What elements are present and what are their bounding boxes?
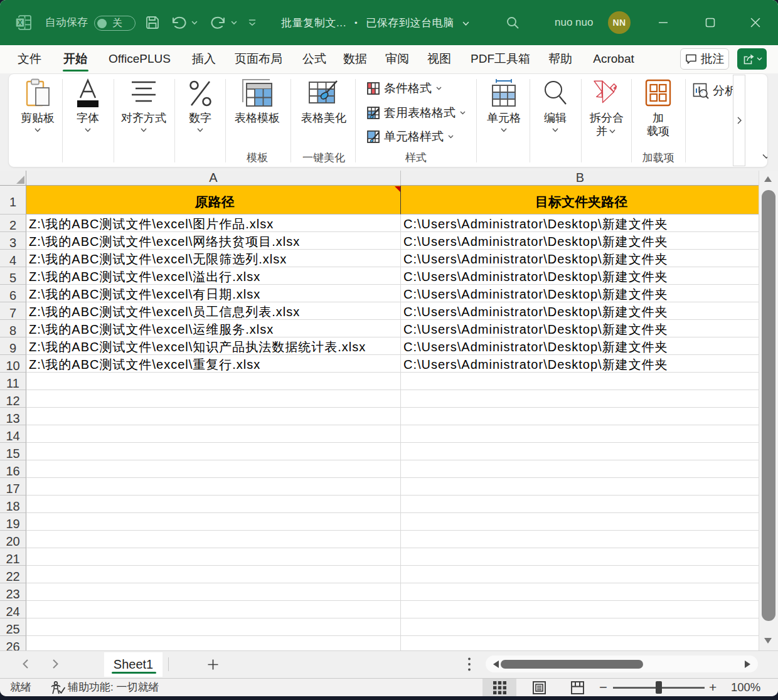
title-chevron-down-icon[interactable] xyxy=(462,21,469,26)
quick-access-more-icon[interactable] xyxy=(248,19,257,26)
collapse-ribbon-button[interactable] xyxy=(759,151,768,162)
row-header-10[interactable]: 10 xyxy=(0,355,26,373)
cell-styles-button[interactable]: 单元格样式 xyxy=(367,129,454,145)
cell-A20[interactable] xyxy=(26,531,401,548)
cell-B16[interactable] xyxy=(401,460,760,478)
scroll-right-icon[interactable] xyxy=(745,660,750,668)
cell-B1[interactable]: 目标文件夹路径 xyxy=(401,186,760,215)
tab-review[interactable]: 审阅 xyxy=(381,45,413,73)
zoom-in-button[interactable]: + xyxy=(709,679,717,696)
view-page-break-button[interactable] xyxy=(560,679,594,696)
cells-chevron-icon[interactable] xyxy=(501,128,507,132)
split-merge-label-line1[interactable]: 拆分合 xyxy=(578,112,635,125)
maximize-button[interactable] xyxy=(705,18,715,28)
cell-B21[interactable] xyxy=(401,548,760,566)
editing-group-button-label[interactable]: 编辑 xyxy=(527,112,584,125)
row-header-20[interactable]: 20 xyxy=(0,531,26,548)
cell-B8[interactable]: C:\Users\Administrator\Desktop\新建文件夹 xyxy=(401,320,760,337)
cell-A1[interactable]: 原路径 xyxy=(26,186,401,215)
split-merge-chevron-icon[interactable] xyxy=(609,129,615,134)
table-template-button-label[interactable]: 表格模板 xyxy=(229,112,285,125)
split-merge-label-line2[interactable]: 并 xyxy=(573,125,630,138)
cell-B22[interactable] xyxy=(401,566,760,583)
cell-A22[interactable] xyxy=(26,566,401,583)
cell-B20[interactable] xyxy=(401,531,760,548)
row-header-5[interactable]: 5 xyxy=(0,267,26,285)
row-header-8[interactable]: 8 xyxy=(0,320,26,337)
document-name[interactable]: 批量复制文... xyxy=(281,16,346,30)
table-beautify-button-label[interactable]: 表格美化 xyxy=(296,112,352,125)
cell-A24[interactable] xyxy=(26,601,401,618)
cell-B9[interactable]: C:\Users\Administrator\Desktop\新建文件夹 xyxy=(401,337,760,355)
row-header-24[interactable]: 24 xyxy=(0,601,26,618)
cell-B25[interactable] xyxy=(401,618,760,636)
row-header-2[interactable]: 2 xyxy=(0,215,26,232)
format-as-table-button[interactable]: 套用表格格式 xyxy=(367,105,466,121)
row-header-13[interactable]: 13 xyxy=(0,408,26,425)
clipboard-group-button-label[interactable]: 剪贴板 xyxy=(9,112,66,125)
column-header-b[interactable]: B xyxy=(401,171,760,186)
table-template-icon[interactable] xyxy=(241,78,274,109)
cell-B3[interactable]: C:\Users\Administrator\Desktop\新建文件夹 xyxy=(401,232,760,250)
cells-icon[interactable] xyxy=(491,78,516,109)
tab-acrobat[interactable]: Acrobat xyxy=(587,45,640,73)
tabbar-kebab-icon[interactable] xyxy=(468,657,471,671)
cell-B18[interactable] xyxy=(401,496,760,513)
minimize-button[interactable] xyxy=(658,18,668,28)
row-header-7[interactable]: 7 xyxy=(0,302,26,320)
tab-officeplus[interactable]: OfficePLUS xyxy=(104,45,176,73)
row-header-4[interactable]: 4 xyxy=(0,250,26,267)
cell-A16[interactable] xyxy=(26,460,401,478)
cell-B23[interactable] xyxy=(401,583,760,601)
row-header-1[interactable]: 1 xyxy=(0,186,26,215)
cell-B15[interactable] xyxy=(401,443,760,460)
tab-page-layout[interactable]: 页面布局 xyxy=(231,45,286,73)
user-name[interactable]: nuo nuo xyxy=(555,0,593,45)
row-header-3[interactable]: 3 xyxy=(0,232,26,250)
undo-dropdown-icon[interactable] xyxy=(191,21,198,25)
cell-A6[interactable]: Z:\我的ABC测试文件\excel\有日期.xlsx xyxy=(26,285,401,302)
font-icon[interactable] xyxy=(75,78,100,109)
sheet-prev-button[interactable] xyxy=(23,659,28,669)
cell-A8[interactable]: Z:\我的ABC测试文件\excel\运维服务.xlsx xyxy=(26,320,401,337)
number-icon[interactable] xyxy=(189,80,212,107)
zoom-slider-handle[interactable] xyxy=(656,681,662,694)
undo-icon[interactable] xyxy=(171,16,186,29)
avatar[interactable]: NN xyxy=(608,11,631,34)
vertical-scrollbar-thumb[interactable] xyxy=(762,190,775,621)
clipboard-icon[interactable] xyxy=(25,78,51,109)
editing-icon[interactable] xyxy=(543,80,568,107)
cell-B24[interactable] xyxy=(401,601,760,618)
share-button[interactable] xyxy=(737,48,767,70)
cell-B19[interactable] xyxy=(401,513,760,531)
redo-dropdown-icon[interactable] xyxy=(231,21,237,25)
cell-A7[interactable]: Z:\我的ABC测试文件\excel\员工信息列表.xlsx xyxy=(26,302,401,320)
cell-B10[interactable]: C:\Users\Administrator\Desktop\新建文件夹 xyxy=(401,355,760,373)
cell-A23[interactable] xyxy=(26,583,401,601)
search-icon[interactable] xyxy=(506,16,520,29)
horizontal-scrollbar-thumb[interactable] xyxy=(501,660,643,669)
cell-B5[interactable]: C:\Users\Administrator\Desktop\新建文件夹 xyxy=(401,267,760,285)
row-header-18[interactable]: 18 xyxy=(0,496,26,513)
cell-A26[interactable] xyxy=(26,636,401,650)
scroll-up-icon[interactable] xyxy=(764,176,772,182)
font-group-button-label[interactable]: 字体 xyxy=(60,112,116,125)
cell-B14[interactable] xyxy=(401,425,760,443)
scroll-down-icon[interactable] xyxy=(764,638,772,644)
cell-A15[interactable] xyxy=(26,443,401,460)
cells-group-button-label[interactable]: 单元格 xyxy=(476,112,532,125)
horizontal-scrollbar[interactable] xyxy=(486,655,758,672)
row-header-23[interactable]: 23 xyxy=(0,583,26,601)
cell-B12[interactable] xyxy=(401,390,760,408)
view-page-layout-button[interactable] xyxy=(522,679,556,696)
row-header-16[interactable]: 16 xyxy=(0,460,26,478)
zoom-out-button[interactable]: − xyxy=(599,679,607,696)
close-button[interactable] xyxy=(750,18,760,28)
cell-A5[interactable]: Z:\我的ABC测试文件\excel\溢出行.xlsx xyxy=(26,267,401,285)
row-header-26[interactable]: 26 xyxy=(0,636,26,650)
cell-B6[interactable]: C:\Users\Administrator\Desktop\新建文件夹 xyxy=(401,285,760,302)
cell-B26[interactable] xyxy=(401,636,760,650)
number-chevron-icon[interactable] xyxy=(197,128,203,132)
split-merge-icon[interactable] xyxy=(591,77,622,109)
row-header-19[interactable]: 19 xyxy=(0,513,26,531)
